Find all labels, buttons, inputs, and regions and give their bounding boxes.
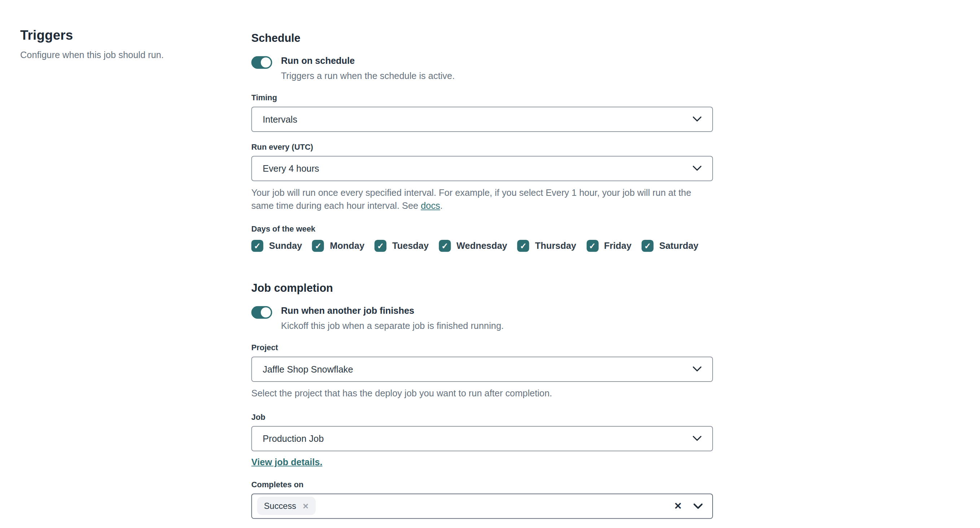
view-job-details-link[interactable]: View job details. bbox=[251, 457, 323, 467]
run-when-job-finishes-row: Run when another job finishes Kickoff th… bbox=[251, 306, 713, 332]
page-title: Triggers bbox=[20, 28, 251, 43]
completes-on-label: Completes on bbox=[251, 480, 713, 489]
day-checkbox-monday[interactable]: ✓ Monday bbox=[312, 240, 364, 252]
chevron-down-icon bbox=[693, 436, 702, 441]
day-label: Tuesday bbox=[392, 241, 429, 251]
help-prefix: Your job will run once every specified i… bbox=[251, 187, 691, 211]
day-label: Wednesday bbox=[457, 241, 508, 251]
chevron-down-icon bbox=[693, 165, 702, 171]
checkbox-checked-icon: ✓ bbox=[517, 240, 529, 252]
help-suffix: . bbox=[440, 201, 443, 211]
days-of-week-label: Days of the week bbox=[251, 225, 713, 234]
run-on-schedule-row: Run on schedule Triggers a run when the … bbox=[251, 55, 713, 82]
timing-select-value: Intervals bbox=[262, 114, 298, 124]
day-checkbox-wednesday[interactable]: ✓ Wednesday bbox=[439, 240, 508, 252]
chip-label: Success bbox=[264, 501, 296, 511]
days-of-week-row: ✓ Sunday ✓ Monday ✓ Tuesday ✓ Wednesday … bbox=[251, 240, 713, 252]
form-panel: Schedule Run on schedule Triggers a run … bbox=[251, 0, 713, 528]
check-glyph: ✓ bbox=[589, 242, 596, 250]
day-label: Sunday bbox=[269, 241, 302, 251]
check-glyph: ✓ bbox=[377, 242, 384, 250]
completes-on-multiselect[interactable]: Success ✕ ✕ bbox=[251, 493, 713, 518]
chip-remove-icon[interactable]: ✕ bbox=[302, 502, 309, 510]
run-on-schedule-toggle[interactable] bbox=[251, 56, 272, 69]
left-panel: Triggers Configure when this job should … bbox=[0, 0, 251, 528]
page-subtitle: Configure when this job should run. bbox=[20, 50, 251, 60]
day-label: Thursday bbox=[535, 241, 576, 251]
day-label: Friday bbox=[604, 241, 632, 251]
project-help: Select the project that has the deploy j… bbox=[251, 387, 710, 400]
chevron-down-icon bbox=[693, 116, 702, 122]
job-label: Job bbox=[251, 412, 713, 422]
day-checkbox-friday[interactable]: ✓ Friday bbox=[586, 240, 632, 252]
multiselect-controls: ✕ bbox=[674, 501, 703, 511]
run-every-label: Run every (UTC) bbox=[251, 143, 713, 151]
project-select-value: Jaffle Shop Snowflake bbox=[262, 364, 353, 374]
checkbox-checked-icon: ✓ bbox=[251, 240, 263, 252]
job-select-value: Production Job bbox=[262, 433, 324, 444]
toggle-label: Run on schedule bbox=[281, 55, 455, 67]
check-glyph: ✓ bbox=[520, 242, 527, 250]
docs-link[interactable]: docs bbox=[421, 201, 440, 211]
run-every-select-value: Every 4 hours bbox=[262, 163, 319, 173]
run-every-select[interactable]: Every 4 hours bbox=[251, 156, 713, 181]
run-every-help: Your job will run once every specified i… bbox=[251, 186, 710, 213]
selected-value-chip: Success ✕ bbox=[257, 496, 316, 515]
job-completion-heading: Job completion bbox=[251, 281, 713, 295]
run-on-schedule-text: Run on schedule Triggers a run when the … bbox=[281, 55, 455, 82]
check-glyph: ✓ bbox=[315, 242, 321, 250]
day-checkbox-tuesday[interactable]: ✓ Tuesday bbox=[374, 240, 429, 252]
checkbox-checked-icon: ✓ bbox=[312, 240, 324, 252]
check-glyph: ✓ bbox=[644, 242, 651, 250]
timing-label: Timing bbox=[251, 94, 713, 102]
project-select[interactable]: Jaffle Shop Snowflake bbox=[251, 356, 713, 382]
chevron-down-icon[interactable] bbox=[694, 503, 703, 509]
chevron-down-icon bbox=[693, 366, 702, 372]
toggle-description: Triggers a run when the schedule is acti… bbox=[281, 71, 455, 82]
run-when-job-finishes-text: Run when another job finishes Kickoff th… bbox=[281, 306, 504, 332]
day-label: Monday bbox=[330, 241, 364, 251]
toggle-label: Run when another job finishes bbox=[281, 306, 504, 316]
checkbox-checked-icon: ✓ bbox=[439, 240, 451, 252]
day-checkbox-saturday[interactable]: ✓ Saturday bbox=[641, 240, 698, 252]
check-glyph: ✓ bbox=[254, 242, 261, 250]
day-checkbox-thursday[interactable]: ✓ Thursday bbox=[517, 240, 576, 252]
page: Triggers Configure when this job should … bbox=[0, 0, 980, 528]
checkbox-checked-icon: ✓ bbox=[586, 240, 598, 252]
check-glyph: ✓ bbox=[441, 242, 448, 250]
toggle-description: Kickoff this job when a separate job is … bbox=[281, 320, 504, 331]
timing-select[interactable]: Intervals bbox=[251, 106, 713, 132]
project-label: Project bbox=[251, 343, 713, 352]
checkbox-checked-icon: ✓ bbox=[374, 240, 387, 252]
checkbox-checked-icon: ✓ bbox=[641, 240, 654, 252]
day-label: Saturday bbox=[659, 241, 698, 251]
clear-all-icon[interactable]: ✕ bbox=[674, 501, 682, 511]
run-when-job-finishes-toggle[interactable] bbox=[251, 306, 272, 319]
schedule-heading: Schedule bbox=[251, 32, 713, 45]
job-select[interactable]: Production Job bbox=[251, 426, 713, 451]
day-checkbox-sunday[interactable]: ✓ Sunday bbox=[251, 240, 302, 252]
